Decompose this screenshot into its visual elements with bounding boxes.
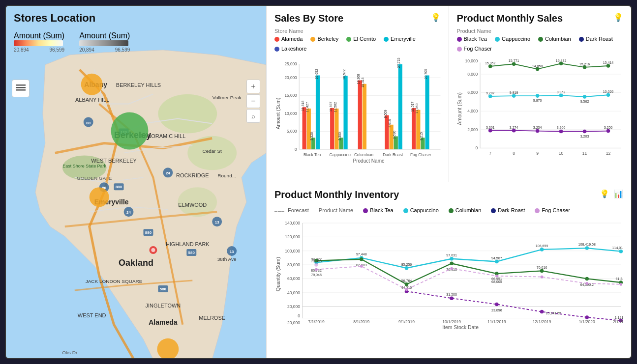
svg-text:Amount (Sum): Amount (Sum) (275, 98, 281, 130)
svg-point-190 (405, 266, 409, 270)
svg-point-239 (585, 282, 588, 285)
svg-text:9,509: 9,509 (384, 110, 387, 118)
svg-point-132 (606, 64, 610, 68)
legend-cap-inv: Cappuccino (403, 207, 439, 213)
svg-point-233 (315, 268, 318, 271)
svg-text:3,301: 3,301 (485, 126, 494, 129)
line-chart-monthly: 0 2,000 4,000 6,000 8,000 10,000 Amount … (457, 55, 624, 170)
legend-gray: Amount (Sum) 20,894 96,599 (79, 31, 130, 53)
svg-rect-80 (330, 108, 334, 149)
svg-rect-106 (425, 76, 429, 150)
svg-text:61,345: 61,345 (615, 277, 623, 281)
svg-text:10/1/2019: 10/1/2019 (442, 319, 461, 324)
legend-elcerrito: El Cerrito (346, 36, 376, 42)
product-legend: Black Tea Cappuccino Columbian Dark Roas… (457, 36, 624, 52)
svg-point-130 (559, 62, 563, 66)
svg-text:13: 13 (230, 250, 234, 254)
zoom-in-button[interactable]: + (246, 80, 260, 93)
svg-text:80,000: 80,000 (287, 262, 300, 267)
svg-point-236 (450, 267, 453, 270)
svg-text:Fog Chaser: Fog Chaser (410, 153, 431, 157)
svg-point-155 (582, 130, 586, 134)
legend-black-tea: Black Tea (457, 36, 487, 42)
svg-rect-102 (416, 110, 420, 149)
svg-rect-2 (16, 89, 26, 91)
svg-text:20,000: 20,000 (287, 304, 300, 309)
svg-point-240 (619, 283, 622, 286)
svg-text:18,315: 18,315 (361, 78, 364, 88)
svg-rect-1 (16, 87, 26, 88)
svg-text:9,787: 9,787 (485, 91, 494, 95)
store-legend-label: Store Name (274, 28, 441, 34)
svg-text:13: 13 (215, 220, 219, 224)
svg-text:19,368: 19,368 (357, 74, 360, 84)
svg-text:68,005: 68,005 (491, 280, 502, 284)
svg-point-192 (495, 259, 499, 263)
layer-button[interactable] (12, 80, 30, 97)
svg-text:9,562: 9,562 (580, 100, 589, 103)
svg-point-141 (535, 94, 539, 98)
legend-cappuccino: Cappuccino (495, 36, 530, 42)
svg-point-140 (512, 94, 516, 98)
svg-text:11,597: 11,597 (329, 102, 333, 112)
svg-point-144 (606, 93, 610, 97)
monthly-sales-icon[interactable]: 💡 (613, 13, 623, 22)
svg-point-237 (495, 275, 498, 278)
svg-point-153 (535, 129, 539, 133)
svg-point-222 (495, 302, 499, 306)
svg-text:10,000: 10,000 (465, 59, 478, 64)
svg-point-55 (90, 187, 109, 207)
svg-point-191 (450, 257, 454, 261)
legend-columbian: Columbian (538, 36, 571, 42)
svg-text:3,203: 3,203 (580, 135, 589, 138)
inventory-bulb-icon[interactable]: 💡 (600, 189, 609, 198)
inventory-chart-icon[interactable]: 📊 (613, 189, 623, 198)
svg-text:MELROSE: MELROSE (199, 315, 225, 321)
svg-text:Otis Dr: Otis Dr (62, 350, 78, 355)
legend-lakeshore: Lakeshore (274, 46, 306, 52)
svg-text:38th Ave: 38th Ave (217, 256, 237, 262)
svg-point-207 (450, 261, 454, 265)
svg-text:40,000: 40,000 (287, 290, 300, 295)
svg-rect-72 (303, 107, 306, 149)
sales-icon[interactable]: 💡 (431, 13, 441, 22)
svg-point-235 (405, 288, 408, 291)
svg-text:23,096: 23,096 (491, 308, 502, 312)
legend-berkeley: Berkeley (310, 36, 338, 42)
svg-text:94,507: 94,507 (491, 256, 502, 260)
svg-rect-0 (16, 84, 26, 86)
monthly-sales-panel: Product Monthly Sales 💡 Product Name Bla… (449, 6, 632, 182)
svg-text:0: 0 (298, 313, 300, 318)
svg-text:3,690: 3,690 (393, 131, 396, 139)
svg-text:10,000: 10,000 (285, 112, 297, 116)
zoom-out-button[interactable]: − (246, 94, 260, 108)
svg-text:11,050: 11,050 (415, 104, 419, 114)
legend2-label: Amount (Sum) (79, 31, 130, 40)
svg-text:100,000: 100,000 (285, 248, 300, 253)
svg-text:1/1/2020: 1/1/2020 (579, 319, 595, 324)
map-svg: 80 80 880 123 880 24 13 13 580 580 24 Al… (6, 6, 266, 358)
svg-text:3,256: 3,256 (604, 126, 612, 129)
svg-text:Oakland: Oakland (119, 258, 153, 268)
search-button[interactable]: ⌕ (246, 109, 260, 123)
svg-text:5,000: 5,000 (287, 129, 297, 134)
svg-point-231 (314, 263, 318, 267)
svg-text:3,234: 3,234 (533, 126, 542, 129)
svg-text:15,352: 15,352 (485, 61, 495, 65)
svg-text:6,915: 6,915 (388, 119, 392, 128)
svg-text:Vollmer Peak: Vollmer Peak (212, 95, 242, 100)
svg-point-210 (585, 277, 589, 280)
inventory-line-chart: 140,000 120,000 100,000 80,000 60,000 40… (274, 215, 623, 333)
svg-text:ELMWOOD: ELMWOOD (178, 202, 207, 208)
product-legend-label-inv: Product Name (319, 207, 353, 213)
svg-text:3,326: 3,326 (310, 132, 313, 140)
svg-text:24: 24 (166, 171, 170, 175)
svg-text:9,818: 9,818 (509, 91, 518, 95)
svg-text:31,500: 31,500 (446, 293, 457, 297)
svg-text:Dark Roast: Dark Roast (383, 153, 403, 157)
svg-rect-98 (398, 64, 402, 149)
svg-text:6,000: 6,000 (467, 90, 478, 95)
svg-text:8: 8 (513, 151, 515, 156)
svg-text:JACK LONDON SQUARE: JACK LONDON SQUARE (86, 279, 143, 284)
svg-text:120,000: 120,000 (285, 234, 300, 239)
